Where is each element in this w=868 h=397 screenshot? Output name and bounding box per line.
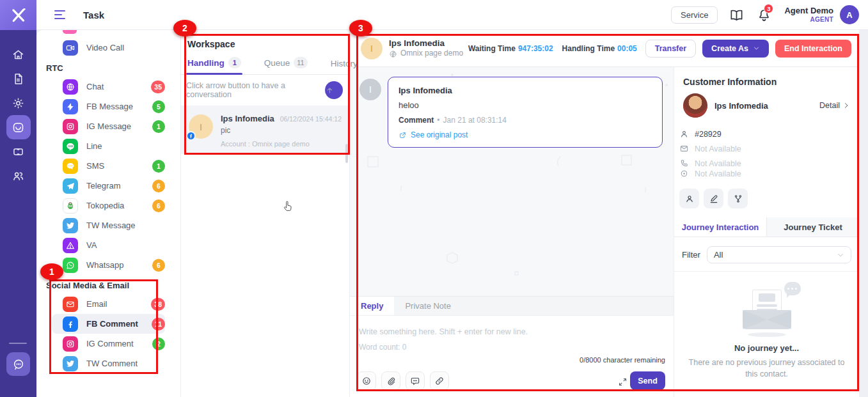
tab-queue[interactable]: Queue11 — [264, 57, 308, 74]
whatsapp-icon — [63, 258, 78, 273]
channel-item-video-call[interactable]: Video Call — [52, 38, 165, 58]
nav-settings-button[interactable] — [6, 91, 31, 115]
see-original-post-link[interactable]: See original post — [398, 130, 652, 139]
mail-icon — [679, 144, 689, 153]
channel-item-fb-comment[interactable]: FB Comment11 — [52, 314, 165, 334]
channel-item-telegram[interactable]: Telegram6 — [52, 176, 165, 196]
customer-info-title: Customer Information — [674, 67, 859, 93]
branch-icon — [733, 194, 743, 204]
workspace-hint-row: Click arrow button to have a conversatio… — [181, 75, 349, 105]
tab-reply[interactable]: Reply — [350, 297, 394, 315]
document-icon — [12, 72, 25, 86]
comment-dots-icon — [410, 376, 420, 386]
tokopedia-icon — [63, 198, 78, 214]
tab-journey-ticket[interactable]: Journey Ticket — [766, 217, 859, 237]
app-logo[interactable] — [0, 0, 36, 30]
char-remaining: 0/8000 character remaining — [580, 356, 665, 364]
channel-item-tw-message[interactable]: TW Message — [52, 215, 165, 235]
composer-placeholder[interactable]: Write something here. Shift + enter for … — [359, 327, 674, 336]
send-button[interactable]: Send — [630, 371, 665, 390]
channel-panel: Video CallRTCChat35FB Message5IG Message… — [36, 30, 181, 397]
service-button[interactable]: Service — [671, 6, 718, 24]
tab-handling[interactable]: Handling1 — [187, 57, 241, 74]
tab-journey-interaction[interactable]: Journey Interaction — [674, 217, 766, 237]
warning-icon — [63, 238, 78, 253]
message-time: Jan 21 at 08:31:14 — [443, 116, 507, 125]
tab-history[interactable]: History — [331, 59, 358, 74]
channel-label: FB Comment — [86, 319, 152, 329]
channel-item-ig-message[interactable]: IG Message1 — [52, 116, 165, 136]
nav-contacts-button[interactable] — [6, 164, 31, 188]
message-author: Ips Infomedia — [398, 86, 652, 95]
empty-state-description: There are no previous journey associated… — [687, 357, 847, 380]
instagram-icon — [63, 336, 78, 352]
channel-item-whatsapp[interactable]: Whatsapp6 — [52, 255, 165, 275]
detail-link[interactable]: Detail — [819, 101, 850, 110]
channel-item-chat[interactable]: Chat35 — [52, 77, 165, 97]
conversation-list-item[interactable]: I Ips Infomedia 06/12/2024 15:44:12 pic … — [181, 105, 349, 154]
sms-icon — [63, 159, 78, 174]
notification-badge: 3 — [764, 4, 773, 13]
instagram-icon — [63, 119, 78, 134]
home-icon — [12, 48, 25, 61]
channel-item-sms[interactable]: SMS1 — [52, 156, 165, 176]
journey-branch-button[interactable] — [728, 189, 748, 208]
channel-item-ig-comment[interactable]: IG Comment2 — [52, 334, 165, 354]
link-icon — [434, 376, 445, 386]
avatar[interactable]: A — [840, 5, 859, 24]
support-chat-button[interactable] — [6, 352, 30, 376]
facebook-icon — [63, 316, 78, 332]
channel-item-line[interactable]: Line — [52, 136, 165, 156]
edit-customer-button[interactable] — [704, 189, 723, 208]
emoji-button[interactable] — [357, 371, 376, 391]
user-name: Agent Demo — [784, 6, 833, 16]
expand-composer-button[interactable] — [618, 377, 627, 387]
envelope-icon — [63, 297, 78, 312]
customer-name: Ips Infomedia — [389, 38, 463, 49]
customer-email-row: Not Available — [674, 141, 859, 156]
filter-dropdown[interactable]: All — [707, 246, 851, 263]
start-conversation-button[interactable] — [325, 81, 343, 99]
hint-text: Click arrow button to have a conversatio… — [186, 81, 325, 99]
tab-private-note[interactable]: Private Note — [394, 297, 462, 315]
interaction-header: I Ips Infomedia Omnix page demo Waiting … — [350, 30, 859, 67]
channel-item-va[interactable]: VA — [52, 235, 165, 255]
transfer-button[interactable]: Transfer — [645, 40, 696, 58]
channel-label: VA — [86, 240, 165, 250]
notifications-button[interactable]: 3 — [755, 6, 773, 24]
user-role: AGENT — [784, 16, 833, 24]
channel-label: Whatsapp — [86, 260, 152, 270]
menu-toggle-icon[interactable] — [54, 10, 67, 20]
channel-label: Tokopedia — [86, 201, 152, 210]
chevron-down-icon — [837, 251, 844, 259]
scrollbar-thumb[interactable] — [345, 144, 348, 163]
attachment-button[interactable] — [381, 371, 400, 391]
channel-item-email[interactable]: Email38 — [52, 294, 165, 314]
view-profile-button[interactable] — [679, 189, 699, 208]
end-interaction-button[interactable]: End Interaction — [775, 40, 851, 58]
globe-icon — [63, 79, 78, 95]
external-link-icon — [398, 131, 407, 139]
create-as-button[interactable]: Create As — [702, 40, 769, 58]
channel-item-tokopedia[interactable]: Tokopedia6 — [52, 196, 165, 215]
customer-location-row: Not Available — [674, 168, 859, 181]
user-block[interactable]: Agent Demo AGENT — [784, 6, 833, 23]
nav-home-button[interactable] — [6, 42, 31, 66]
waiting-time-value: 947:35:02 — [518, 44, 553, 53]
nav-documents-button[interactable] — [6, 66, 31, 91]
handling-time-value: 00:05 — [617, 44, 637, 53]
insert-link-button[interactable] — [430, 371, 449, 391]
knowledge-book-button[interactable] — [728, 6, 745, 24]
unread-badge: 5 — [152, 100, 165, 113]
smiley-icon — [361, 376, 372, 386]
channel-item-tw-comment[interactable]: TW Comment — [52, 354, 165, 373]
twitter-icon — [63, 218, 78, 233]
channel-label: Line — [86, 141, 165, 151]
expand-icon — [618, 377, 627, 387]
nav-rail — [0, 0, 36, 397]
nav-ticket-button[interactable] — [6, 139, 31, 164]
canned-response-button[interactable] — [406, 371, 425, 391]
nav-inbox-button[interactable] — [6, 115, 31, 139]
channel-item-fb-message[interactable]: FB Message5 — [52, 97, 165, 116]
channel-label: TW Message — [86, 221, 165, 230]
